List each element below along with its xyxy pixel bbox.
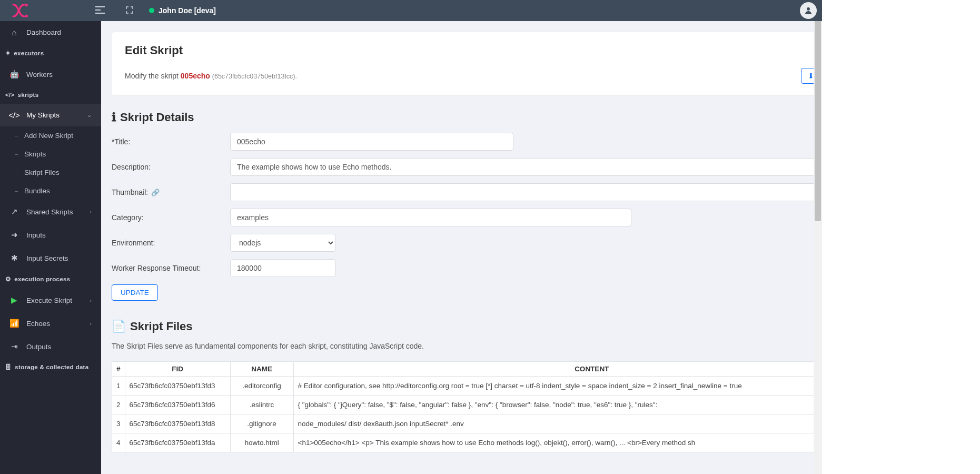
- update-button[interactable]: UPDATE: [112, 284, 158, 301]
- sidebar-heading-execution: ⚙ execution process: [0, 270, 101, 289]
- app-logo[interactable]: [8, 4, 35, 17]
- sidebar-label: Outputs: [26, 343, 51, 351]
- skript-id: (65c73fb5cfc03750ebf13fcc).: [212, 73, 297, 80]
- sidebar-heading-executors: ✦ executors: [0, 44, 101, 63]
- title-input[interactable]: [230, 133, 513, 151]
- col-num: #: [112, 362, 125, 377]
- timeout-input[interactable]: [230, 259, 335, 277]
- sidebar-item-input-secrets[interactable]: ✱ Input Secrets: [0, 246, 101, 270]
- chevron-right-icon: ›: [90, 320, 92, 327]
- sidebar-label: Inputs: [26, 231, 46, 239]
- row-filename: howto.html: [230, 433, 293, 452]
- label-environment: Environment:: [112, 239, 230, 247]
- label-title: *Title:: [112, 137, 230, 146]
- environment-select[interactable]: nodejs: [230, 234, 335, 252]
- sidebar-sub-skript-files[interactable]: Skript Files: [0, 163, 101, 182]
- skript-name: 005echo: [181, 72, 210, 80]
- sidebar-label: Dashboard: [26, 28, 61, 36]
- outputs-icon: ⇥: [9, 342, 19, 351]
- label-category: Category:: [112, 213, 230, 222]
- topbar: John Doe [deva]: [0, 0, 822, 21]
- sidebar-label: Input Secrets: [26, 254, 68, 262]
- sidebar-label: Workers: [26, 71, 53, 78]
- page-scrollbar[interactable]: [814, 0, 822, 474]
- sidebar-label: Execute Skript: [26, 297, 72, 304]
- info-icon: ℹ: [112, 111, 116, 124]
- current-user[interactable]: John Doe [deva]: [149, 6, 216, 15]
- row-content: node_modules/ dist/ dex8auth.json inputS…: [293, 414, 890, 433]
- sidebar-heading-storage: 🗄 storage & collected data: [0, 358, 101, 376]
- play-icon: ▶: [9, 295, 19, 305]
- col-name: NAME: [230, 362, 293, 377]
- row-filename: .gitignore: [230, 414, 293, 433]
- category-input[interactable]: [230, 209, 631, 226]
- code-icon: </>: [9, 111, 19, 120]
- row-num: 1: [112, 377, 125, 396]
- sidebar-label: My Skripts: [26, 111, 60, 119]
- sidebar-item-execute-skript[interactable]: ▶ Execute Skript ›: [0, 289, 101, 312]
- sidebar-sub-skripts[interactable]: Skripts: [0, 145, 101, 163]
- row-num: 4: [112, 433, 125, 452]
- col-content: CONTENT: [293, 362, 890, 377]
- sidebar-label: Echoes: [26, 320, 50, 328]
- sidebar-item-shared-skripts[interactable]: ↗ Shared Skripts ›: [0, 200, 101, 223]
- share-icon: ↗: [9, 207, 19, 216]
- row-fid: 65c73fb6cfc03750ebf13fda: [125, 433, 230, 452]
- menu-toggle-icon[interactable]: [95, 6, 105, 15]
- inputs-icon: ➜: [9, 230, 19, 240]
- label-thumbnail: Thumbnail: 🔗: [112, 188, 230, 196]
- file-code-icon: 📄: [112, 320, 126, 333]
- sidebar-item-dashboard[interactable]: ⌂ Dashboard: [0, 21, 101, 44]
- sidebar-item-my-skripts[interactable]: </> My Skripts ⌄: [0, 104, 101, 126]
- chevron-down-icon: ⌄: [87, 112, 92, 118]
- row-content: <h1>005echo</h1> <p> This example shows …: [293, 433, 890, 452]
- sidebar-sub-bundles[interactable]: Bundles: [0, 182, 101, 200]
- status-online-icon: [149, 8, 154, 13]
- row-num: 3: [112, 414, 125, 433]
- chevron-right-icon: ›: [90, 209, 92, 215]
- row-fid: 65c73fb6cfc03750ebf13fd6: [125, 396, 230, 414]
- secret-icon: ✱: [9, 253, 19, 263]
- svg-point-2: [807, 7, 810, 11]
- svg-point-1: [25, 15, 28, 17]
- sidebar-sub-add-new[interactable]: Add New Skript: [0, 126, 101, 145]
- row-filename: .editorconfig: [230, 377, 293, 396]
- row-content: { "globals": { "jQuery": false, "$": fal…: [293, 396, 890, 414]
- label-description: Description:: [112, 163, 230, 171]
- col-fid: FID: [125, 362, 230, 377]
- sidebar-item-outputs[interactable]: ⇥ Outputs: [0, 335, 101, 358]
- svg-point-0: [25, 4, 28, 6]
- link-icon[interactable]: 🔗: [151, 189, 160, 196]
- skript-subtitle: Modify the skript 005echo (65c73fb5cfc03…: [125, 72, 297, 80]
- row-num: 2: [112, 396, 125, 414]
- sidebar-label: Shared Skripts: [26, 208, 73, 216]
- row-fid: 65c73fb6cfc03750ebf13fd3: [125, 377, 230, 396]
- sidebar-item-inputs[interactable]: ➜ Inputs: [0, 223, 101, 246]
- row-filename: .eslintrc: [230, 396, 293, 414]
- sidebar: ⌂ Dashboard ✦ executors 🤖 Workers </> sk…: [0, 0, 101, 474]
- chevron-right-icon: ›: [90, 297, 92, 303]
- username-label: John Doe [deva]: [159, 6, 216, 15]
- row-fid: 65c73fb6cfc03750ebf13fd8: [125, 414, 230, 433]
- row-content: # Editor configuration, see http://edito…: [293, 377, 890, 396]
- files-description: The Skript Files serve as fundamental co…: [112, 342, 424, 350]
- echoes-icon: 📶: [9, 319, 19, 328]
- fullscreen-icon[interactable]: [126, 6, 133, 15]
- sidebar-heading-skripts: </> skripts: [0, 86, 101, 104]
- workers-icon: 🤖: [9, 70, 19, 79]
- sidebar-item-echoes[interactable]: 📶 Echoes ›: [0, 312, 101, 335]
- avatar-button[interactable]: [800, 2, 817, 19]
- sidebar-item-workers[interactable]: 🤖 Workers: [0, 63, 101, 86]
- label-timeout: Worker Response Timeout:: [112, 264, 230, 272]
- dashboard-icon: ⌂: [9, 28, 19, 37]
